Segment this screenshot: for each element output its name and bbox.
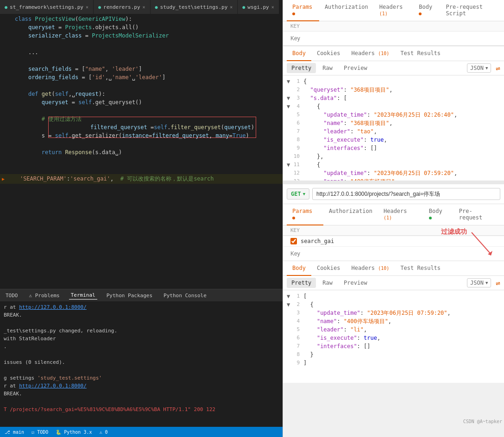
json-line: 5 "leader": "li", [283, 325, 504, 334]
json-line: 9 "interfaces": [] [283, 144, 504, 152]
close-icon[interactable]: × [86, 5, 88, 10]
json-viewer-top: ▼ 1 { 2 "queryset": "368项目项目", ▼ 3 "s.da… [283, 75, 504, 181]
close-icon[interactable]: × [271, 5, 274, 10]
method-label: GET [291, 191, 301, 197]
chevron-down-icon: ▼ [485, 66, 488, 70]
json-line: 3 "update_time": "2023年06月25日 07:59:20", [283, 309, 504, 317]
terminal-tabs: TODO ⚠ Problems Terminal Python Packages… [0, 289, 283, 301]
editor-tab-bar: ● st_framework\settings.py × ● renderers… [0, 0, 283, 14]
format-pretty-bottom[interactable]: Pretty [287, 278, 316, 288]
code-line: queryset = self.get_queryset() [0, 98, 283, 106]
svg-line-0 [472, 232, 490, 253]
tab-params-top[interactable]: Params [287, 0, 319, 21]
body-tab-cookies-bottom[interactable]: Cookies [311, 261, 346, 276]
json-line: 12 "update_time": "2023年06月25日 07:59:20"… [283, 169, 504, 177]
top-request-section: Params Authorization Headers (1) Body Pr… [283, 0, 504, 46]
body-tab-body-top[interactable]: Body [287, 46, 311, 61]
status-problems: ⚠ 0 [99, 430, 107, 435]
tab-headers-bottom[interactable]: Headers (1) [378, 204, 423, 225]
terminal-tab-todo[interactable]: TODO [4, 292, 20, 300]
body-tabs-top: Body Cookies Headers (10) Test Results [283, 46, 504, 61]
terminal-line: . [4, 343, 279, 350]
format-preview-bottom[interactable]: Preview [339, 278, 372, 288]
terminal-tab-python-packages[interactable]: Python Packages [105, 292, 154, 300]
close-icon[interactable]: × [143, 5, 145, 10]
key-input-top[interactable] [290, 33, 497, 44]
code-line: ordering_fields = ['id',␣'name'␣'leader'… [0, 73, 283, 81]
terminal-line: issues (0 silenced). [4, 358, 279, 366]
terminal-line: with StatReloader [4, 335, 279, 343]
top-request-tabs: Params Authorization Headers (1) Body Pr… [283, 0, 504, 21]
collapse-icon-bottom[interactable]: ▼ [287, 292, 292, 300]
json-line: 8 } [283, 350, 504, 359]
code-line: ... [0, 48, 283, 56]
tab-renderers[interactable]: ● renderers.py × [94, 0, 151, 14]
json-line: 7 "leader": "tao", [283, 127, 504, 136]
tab-view-active[interactable]: ● vie... × [279, 0, 283, 14]
tab-prerequest-top[interactable]: Pre-request Script [441, 0, 500, 21]
format-preview-top[interactable]: Preview [339, 63, 372, 73]
terminal-tab-terminal[interactable]: Terminal [69, 291, 97, 300]
wrap-icon-bottom[interactable]: ⇌ [496, 279, 500, 287]
chevron-down-icon: ▼ [303, 192, 305, 196]
code-line [0, 56, 283, 65]
json-line: ▼ 2 { [283, 300, 504, 309]
json-line: 9 ] [283, 359, 504, 367]
code-line [0, 156, 283, 165]
tab-study-settings[interactable]: ● study_test\settings.py × [151, 0, 238, 14]
close-icon[interactable]: × [230, 5, 233, 10]
tab-body-bottom[interactable]: Body [423, 204, 454, 225]
json-line: 6 "is_execute": true, [283, 334, 504, 342]
body-tab-headers-top[interactable]: Headers (10) [346, 46, 395, 61]
key-header-top: KEY [283, 21, 504, 31]
bottom-request-tabs: Params Authorization Headers (1) Body Pr… [283, 204, 504, 225]
tab-prerequest-bottom[interactable]: Pre-request [454, 204, 500, 225]
tab-params-bottom[interactable]: Params [287, 204, 323, 225]
tab-authorization-top[interactable]: Authorization [319, 0, 374, 21]
status-todo: ☑ TODO [32, 430, 48, 435]
code-line: serializer_class = ProjectsModelSerializ… [0, 31, 283, 40]
body-tab-body-bottom[interactable]: Body [287, 261, 311, 276]
format-select-json-bottom[interactable]: JSON ▼ [467, 278, 491, 287]
terminal-area: TODO ⚠ Problems Terminal Python Packages… [0, 289, 283, 437]
code-line: queryset = Projects.objects.all() [0, 23, 283, 31]
panel-divider [283, 181, 504, 184]
format-tabs-top: Pretty Raw Preview JSON ▼ ⇌ [283, 61, 504, 75]
json-viewer-bottom: ▼ 1 [ ▼ 2 { 3 "update_time": "2023年06月25… [283, 290, 504, 383]
terminal-tab-python-console[interactable]: Python Console [162, 292, 208, 300]
body-tab-testresults-top[interactable]: Test Results [395, 46, 446, 61]
code-line: class ProjectsView(GenericAPIView): [0, 15, 283, 23]
collapse-icon[interactable]: ▼ [287, 77, 292, 86]
terminal-tab-problems[interactable]: ⚠ Problems [27, 292, 62, 300]
terminal-content: r at http://127.0.0.1:8000/ BREAK. _test… [0, 301, 283, 427]
code-line: return Response(s.data␣) [0, 148, 283, 156]
tab-authorization-bottom[interactable]: Authorization [323, 204, 378, 225]
format-select-json-top[interactable]: JSON ▼ [467, 63, 491, 73]
method-select-bottom[interactable]: GET ▼ [287, 188, 309, 200]
top-response-section: Body Cookies Headers (10) Test Results P… [283, 46, 504, 181]
terminal-line-request: T /projects/?search_gai=%E5%81%9C%E8%BD%… [4, 406, 279, 413]
body-tab-testresults-bottom[interactable]: Test Results [395, 261, 446, 276]
tab-body-top[interactable]: Body [413, 0, 440, 21]
json-line: 8 "is_execute": true, [283, 136, 504, 144]
status-git: ⎇ main [5, 430, 24, 435]
code-content: class ProjectsView(GenericAPIView): quer… [0, 14, 283, 289]
wrap-icon-top[interactable]: ⇌ [496, 64, 500, 73]
json-line: ▼ 1 { [283, 77, 504, 86]
format-raw-bottom[interactable]: Raw [318, 278, 337, 288]
tab-wsgi[interactable]: ● wsgi.py × [238, 0, 279, 14]
format-raw-top[interactable]: Raw [318, 63, 337, 73]
json-line: ▼ 1 [ [283, 292, 504, 300]
terminal-line [4, 350, 279, 358]
tab-settings-framework[interactable]: ● st_framework\settings.py × [0, 0, 94, 14]
format-tabs-bottom: Pretty Raw Preview JSON ▼ ⇌ [283, 276, 504, 290]
url-input-bottom[interactable] [312, 188, 500, 200]
format-pretty-top[interactable]: Pretty [287, 63, 316, 73]
json-line: 7 "interfaces": [] [283, 342, 504, 350]
body-tab-headers-bottom[interactable]: Headers (10) [346, 261, 395, 276]
key-input-row-top [283, 31, 504, 45]
collapse-arrow-icon[interactable]: ▶ [0, 176, 6, 181]
body-tab-cookies-top[interactable]: Cookies [311, 46, 346, 61]
tab-headers-top[interactable]: Headers (1) [374, 0, 414, 21]
param-checkbox-search-gai[interactable] [290, 238, 297, 244]
